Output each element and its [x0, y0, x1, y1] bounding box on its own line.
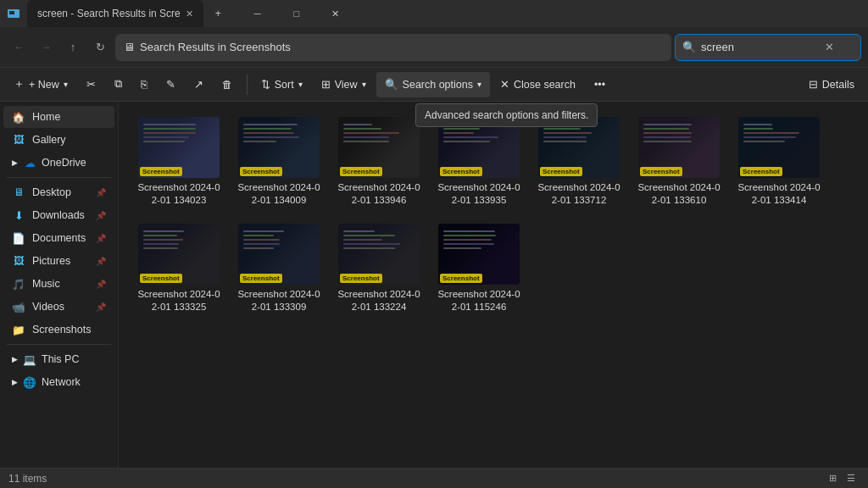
sidebar-item-downloads[interactable]: ⬇ Downloads 📌 — [3, 204, 114, 226]
back-button[interactable]: ← — [7, 36, 31, 59]
search-options-icon: 🔍 — [385, 78, 398, 91]
file-thumbnail: Screenshot — [638, 117, 720, 178]
address-pill[interactable]: 🖥 Search Results in Screenshots — [115, 34, 671, 61]
sidebar-item-gallery[interactable]: 🖼 Gallery — [3, 129, 114, 151]
paste-button[interactable]: ⎘ — [132, 72, 156, 97]
title-bar: screen - Search Results in Scre ✕ + ─ □ … — [0, 0, 868, 27]
file-item[interactable]: ScreenshotScreenshot 2024-02-01 133414 — [732, 112, 826, 212]
close-search-button[interactable]: ✕ Close search — [492, 72, 584, 97]
sidebar-videos-label: Videos — [32, 301, 64, 313]
forward-button[interactable]: → — [34, 36, 58, 59]
file-thumbnail: Screenshot — [338, 224, 420, 285]
sidebar-item-home[interactable]: 🏠 Home — [3, 106, 114, 128]
list-view-button[interactable]: ☰ — [843, 471, 860, 486]
desktop-icon: 🖥 — [12, 186, 25, 199]
delete-button[interactable]: 🗑 — [214, 72, 242, 97]
status-bar: 11 items ⊞ ☰ — [0, 468, 868, 488]
copy-icon: ⧉ — [114, 78, 122, 91]
file-item[interactable]: ScreenshotScreenshot 2024-02-01 133935 — [432, 112, 526, 212]
copy-button[interactable]: ⧉ — [106, 72, 131, 97]
up-button[interactable]: ↑ — [61, 36, 85, 59]
file-item[interactable]: ScreenshotScreenshot 2024-02-01 133309 — [232, 219, 326, 319]
active-tab[interactable]: screen - Search Results in Scre ✕ — [27, 0, 203, 27]
sidebar-thispc-label: This PC — [42, 353, 79, 365]
file-item[interactable]: ScreenshotScreenshot 2024-02-01 134009 — [232, 112, 326, 212]
sidebar-onedrive-label: OneDrive — [42, 157, 86, 169]
file-thumbnail: Screenshot — [438, 117, 520, 178]
share-button[interactable]: ↗ — [186, 72, 212, 97]
file-thumbnail: Screenshot — [438, 224, 520, 285]
home-icon: 🏠 — [12, 110, 25, 124]
file-item[interactable]: ScreenshotScreenshot 2024-02-01 133712 — [532, 112, 626, 212]
sidebar-item-videos[interactable]: 📹 Videos 📌 — [3, 296, 114, 318]
sort-button[interactable]: ⇅ Sort ▾ — [253, 72, 311, 97]
file-item[interactable]: ScreenshotScreenshot 2024-02-01 133325 — [132, 219, 225, 319]
details-button[interactable]: ⊟ Details — [800, 72, 863, 97]
tab-bar: screen - Search Results in Scre ✕ + — [27, 0, 231, 27]
file-thumbnail: Screenshot — [238, 117, 320, 178]
file-item[interactable]: ScreenshotScreenshot 2024-02-01 115246 — [432, 219, 526, 319]
music-icon: 🎵 — [12, 277, 25, 291]
sidebar-pictures-label: Pictures — [32, 255, 70, 267]
view-toggle: ⊞ ☰ — [824, 471, 860, 486]
view-button[interactable]: ⊞ View ▾ — [313, 72, 375, 97]
sidebar-home-label: Home — [32, 111, 60, 123]
pin-icon-music: 📌 — [96, 280, 106, 289]
sidebar-music-label: Music — [32, 278, 60, 290]
search-input[interactable] — [701, 41, 820, 53]
close-tab-icon[interactable]: ✕ — [186, 8, 193, 19]
sidebar-item-network[interactable]: ▶ 🌐 Network — [3, 371, 114, 393]
thispc-icon: 💻 — [23, 352, 36, 366]
sidebar-item-desktop[interactable]: 🖥 Desktop 📌 — [3, 181, 114, 203]
refresh-button[interactable]: ↻ — [88, 36, 112, 59]
close-button[interactable]: ✕ — [316, 0, 355, 27]
sidebar-item-screenshots[interactable]: 📁 Screenshots — [3, 319, 114, 341]
maximize-button[interactable]: □ — [277, 0, 316, 27]
new-dropdown-icon: ▾ — [64, 80, 68, 89]
file-item[interactable]: ScreenshotScreenshot 2024-02-01 133224 — [332, 219, 426, 319]
svg-rect-1 — [9, 11, 14, 14]
sidebar: 🏠 Home 🖼 Gallery ▶ ☁ OneDrive 🖥 Desktop … — [0, 102, 119, 468]
file-name: Screenshot 2024-02-01 133414 — [736, 181, 822, 207]
file-name: Screenshot 2024-02-01 133309 — [236, 288, 322, 313]
app-icon — [7, 7, 20, 20]
file-name: Screenshot 2024-02-01 134023 — [136, 181, 222, 207]
file-thumbnail: Screenshot — [238, 224, 320, 285]
file-name: Screenshot 2024-02-01 133610 — [636, 181, 722, 207]
sidebar-item-onedrive[interactable]: ▶ ☁ OneDrive — [3, 152, 114, 174]
minimize-button[interactable]: ─ — [238, 0, 277, 27]
pin-icon-pictures: 📌 — [96, 257, 106, 266]
sidebar-item-thispc[interactable]: ▶ 💻 This PC — [3, 348, 114, 370]
sidebar-item-music[interactable]: 🎵 Music 📌 — [3, 273, 114, 295]
sidebar-item-documents[interactable]: 📄 Documents 📌 — [3, 227, 114, 249]
sidebar-documents-label: Documents — [32, 232, 86, 244]
rename-icon: ✎ — [166, 78, 175, 91]
gallery-icon: 🖼 — [12, 133, 25, 147]
file-item[interactable]: ScreenshotScreenshot 2024-02-01 134023 — [132, 112, 225, 212]
cut-button[interactable]: ✂ — [78, 72, 104, 97]
sidebar-screenshots-label: Screenshots — [32, 324, 91, 336]
file-name: Screenshot 2024-02-01 133712 — [536, 181, 622, 207]
new-tab-button[interactable]: + — [205, 0, 231, 27]
file-name: Screenshot 2024-02-01 133935 — [436, 181, 522, 207]
toolbar: ＋ + New ▾ ✂ ⧉ ⎘ ✎ ↗ 🗑 ⇅ Sort ▾ ⊞ View ▾ … — [0, 68, 868, 102]
main-area: 🏠 Home 🖼 Gallery ▶ ☁ OneDrive 🖥 Desktop … — [0, 102, 868, 468]
file-name: Screenshot 2024-02-01 133946 — [336, 181, 422, 207]
details-icon: ⊟ — [809, 78, 818, 91]
file-item[interactable]: ScreenshotScreenshot 2024-02-01 133610 — [632, 112, 726, 212]
search-options-label: Search options — [403, 79, 473, 91]
file-name: Screenshot 2024-02-01 133224 — [336, 288, 422, 313]
sidebar-item-pictures[interactable]: 🖼 Pictures 📌 — [3, 250, 114, 272]
file-name: Screenshot 2024-02-01 115246 — [436, 288, 522, 313]
search-options-button[interactable]: 🔍 Search options ▾ — [376, 72, 490, 97]
new-label: + New — [29, 79, 59, 91]
onedrive-icon: ☁ — [23, 156, 36, 169]
new-button[interactable]: ＋ + New ▾ — [5, 72, 76, 97]
more-button[interactable]: ••• — [586, 72, 614, 97]
videos-icon: 📹 — [12, 300, 25, 313]
file-name: Screenshot 2024-02-01 134009 — [236, 181, 322, 207]
clear-search-button[interactable]: ✕ — [825, 41, 834, 53]
file-item[interactable]: ScreenshotScreenshot 2024-02-01 133946 — [332, 112, 426, 212]
grid-view-button[interactable]: ⊞ — [824, 471, 841, 486]
rename-button[interactable]: ✎ — [158, 72, 184, 97]
